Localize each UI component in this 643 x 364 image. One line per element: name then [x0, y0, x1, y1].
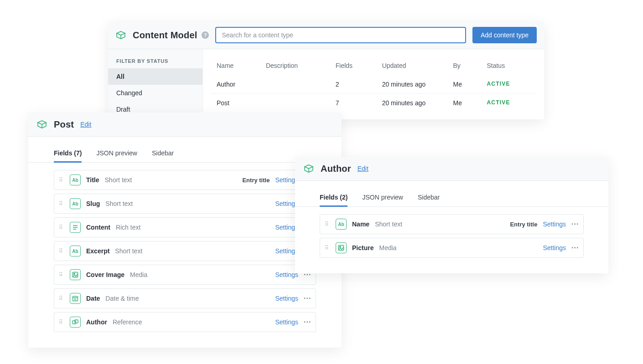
box-icon — [115, 30, 126, 41]
status-badge: ACTIVE — [480, 75, 537, 94]
drag-handle-icon[interactable]: ⠿ — [59, 203, 64, 205]
field-row: ⠿ 31 Date Date & time Settings ··· — [54, 288, 316, 308]
page-title: Content Model — [133, 30, 197, 41]
field-name: Name — [352, 220, 369, 228]
filter-item[interactable]: All — [108, 68, 202, 85]
box-icon — [36, 119, 47, 130]
more-icon[interactable]: ··· — [304, 294, 311, 302]
cell: 7 — [329, 94, 376, 113]
drag-handle-icon[interactable]: ⠿ — [59, 297, 64, 299]
field-type: Short text — [115, 247, 142, 255]
drag-handle-icon[interactable]: ⠿ — [59, 226, 64, 228]
field-type: Short text — [375, 220, 402, 228]
drag-handle-icon[interactable]: ⠿ — [59, 321, 64, 323]
cell — [259, 94, 329, 113]
drag-handle-icon[interactable]: ⠿ — [59, 274, 64, 276]
entry-title-tag: Entry title — [242, 177, 270, 184]
media-type-icon — [70, 269, 81, 280]
column-header: Updated — [376, 56, 447, 75]
add-content-type-button[interactable]: Add content type — [472, 27, 537, 43]
field-settings-link[interactable]: Settings — [275, 295, 298, 302]
media-type-icon — [336, 242, 347, 253]
tab-fields[interactable]: Fields (7) — [54, 145, 82, 163]
more-icon[interactable]: ··· — [304, 318, 311, 326]
tab-sidebar[interactable]: Sidebar — [152, 145, 174, 162]
svg-point-11 — [340, 246, 341, 247]
cell: 20 minutes ago — [376, 94, 447, 113]
tab-sidebar[interactable]: Sidebar — [418, 189, 440, 206]
field-type: Short text — [105, 176, 132, 184]
field-settings-link[interactable]: Settings — [543, 220, 566, 228]
field-row: ⠿ Ab Excerpt Short text Settings ··· — [54, 241, 316, 261]
field-name: Picture — [352, 244, 373, 251]
field-type: Media — [379, 244, 396, 251]
tab-json[interactable]: JSON preview — [96, 145, 137, 162]
edit-link[interactable]: Edit — [358, 165, 368, 172]
cell: Me — [447, 75, 481, 94]
field-name: Content — [86, 224, 110, 231]
edit-link[interactable]: Edit — [80, 121, 91, 128]
cell: 20 minutes ago — [376, 75, 447, 94]
text-type-icon: Ab — [70, 198, 81, 209]
ref-type-icon — [70, 317, 81, 328]
field-row: ⠿ Ab Name Short text Entry title Setting… — [320, 214, 584, 234]
author-window: Author Edit Fields (2) JSON preview Side… — [295, 157, 608, 273]
help-icon[interactable]: ? — [202, 31, 209, 39]
field-row: ⠿ Picture Media Settings ··· — [320, 238, 584, 258]
tab-fields[interactable]: Fields (2) — [320, 189, 347, 207]
field-settings-link[interactable]: Settings — [275, 318, 298, 326]
field-row: ⠿ Author Reference Settings ··· — [54, 312, 316, 332]
cell: Post — [210, 94, 259, 113]
drag-handle-icon[interactable]: ⠿ — [59, 250, 64, 252]
svg-rect-9 — [75, 320, 78, 323]
text-type-icon: Ab — [336, 219, 347, 230]
post-tabs: Fields (7) JSON preview Sidebar — [28, 145, 342, 163]
table-row[interactable]: Post720 minutes agoMeACTIVE — [210, 94, 537, 113]
field-name: Author — [86, 318, 107, 326]
post-header: Post Edit — [28, 113, 342, 137]
field-settings-link[interactable]: Settings — [543, 244, 566, 251]
column-header: Status — [480, 56, 537, 75]
text-type-icon: Ab — [70, 246, 81, 256]
author-header: Author Edit — [295, 157, 608, 181]
cell: Author — [210, 75, 259, 94]
tab-json[interactable]: JSON preview — [362, 189, 403, 206]
filter-by-status-title: FILTER BY STATUS — [108, 58, 202, 68]
text-type-icon: Ab — [70, 174, 81, 185]
column-header: Fields — [329, 56, 376, 75]
box-icon — [303, 163, 314, 174]
drag-handle-icon[interactable]: ⠿ — [325, 223, 330, 225]
field-name: Title — [86, 176, 99, 184]
table-row[interactable]: Author220 minutes agoMeACTIVE — [210, 75, 537, 94]
drag-handle-icon[interactable]: ⠿ — [325, 247, 330, 249]
date-type-icon: 31 — [70, 293, 81, 304]
column-header: Description — [259, 56, 329, 75]
field-type: Rich text — [116, 224, 140, 231]
svg-point-4 — [74, 273, 75, 274]
filter-item[interactable]: Changed — [108, 85, 202, 101]
cell: Me — [447, 94, 481, 113]
field-name: Date — [86, 295, 100, 302]
content-types-table: NameDescriptionFieldsUpdatedByStatus Aut… — [203, 49, 544, 119]
svg-rect-8 — [73, 321, 76, 324]
column-header: By — [447, 56, 481, 75]
status-badge: ACTIVE — [480, 94, 537, 113]
field-name: Slug — [86, 200, 100, 207]
field-type: Date & time — [105, 295, 139, 302]
field-type: Short text — [105, 200, 133, 207]
entry-title-tag: Entry title — [510, 221, 537, 228]
content-model-window: Content Model ? Add content type FILTER … — [108, 21, 544, 119]
field-row: ⠿ Content Rich text Settings ··· — [54, 217, 316, 237]
author-tabs: Fields (2) JSON preview Sidebar — [295, 189, 608, 207]
field-row: ⠿ Ab Title Short text Entry title Settin… — [54, 170, 316, 190]
field-type: Media — [130, 271, 147, 278]
cell: 2 — [329, 75, 376, 94]
more-icon[interactable]: ··· — [571, 244, 579, 252]
field-name: Excerpt — [86, 247, 109, 255]
drag-handle-icon[interactable]: ⠿ — [59, 179, 64, 181]
search-input[interactable] — [215, 27, 466, 43]
more-icon[interactable]: ··· — [571, 220, 579, 228]
column-header: Name — [210, 56, 259, 75]
post-window: Post Edit Fields (7) JSON preview Sideba… — [28, 113, 342, 348]
rich-type-icon — [70, 222, 81, 233]
